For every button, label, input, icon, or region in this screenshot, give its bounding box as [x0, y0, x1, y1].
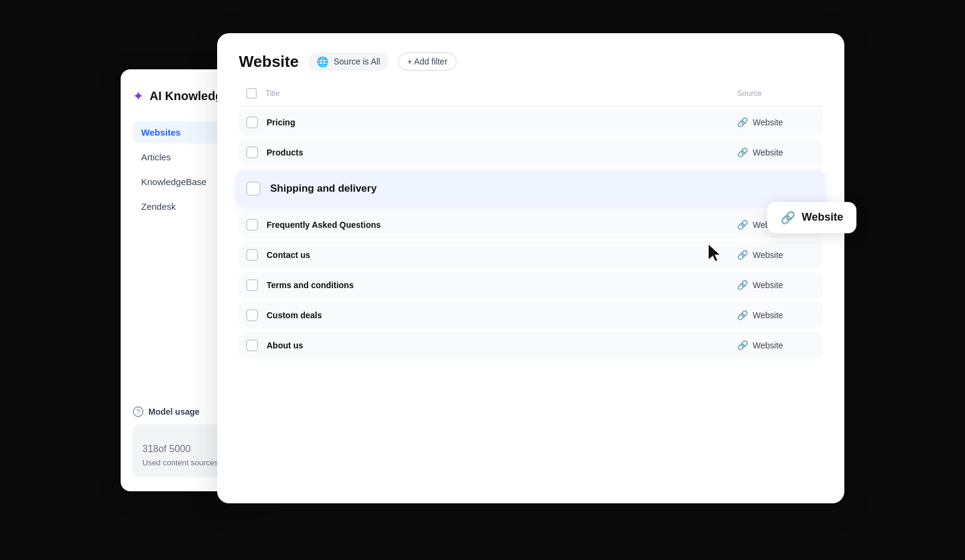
row-checkbox[interactable]: [246, 309, 258, 321]
row-title: Products: [267, 148, 737, 157]
main-header: Website 🌐 Source is All + Add filter: [239, 52, 823, 71]
row-source: 🔗 Website: [737, 280, 815, 291]
link-icon: 🔗: [737, 117, 748, 128]
globe-icon: 🌐: [317, 56, 329, 68]
row-source: 🔗 Website: [737, 147, 815, 158]
row-checkbox[interactable]: [246, 181, 261, 196]
table-header: Title Source: [239, 88, 823, 107]
column-title-header: Title: [265, 89, 737, 98]
usage-of: of 5000: [159, 444, 191, 454]
table-row-highlighted[interactable]: Shipping and delivery: [236, 171, 825, 207]
logo-icon: ✦: [133, 89, 144, 104]
table-rows: Pricing 🔗 Website Products 🔗 Website Shi…: [239, 109, 823, 359]
row-title: Custom deals: [267, 310, 737, 320]
table-row[interactable]: About us 🔗 Website: [239, 332, 823, 359]
row-checkbox[interactable]: [246, 249, 258, 261]
link-icon: 🔗: [737, 340, 748, 351]
link-icon: 🔗: [737, 219, 748, 230]
source-filter-pill[interactable]: 🌐 Source is All: [308, 52, 388, 71]
header-checkbox: [246, 88, 265, 99]
row-title: About us: [267, 341, 737, 350]
annotation-text-block: Easily add new web pages: [725, 444, 820, 479]
row-source: 🔗 Website: [737, 340, 815, 351]
page-title: Website: [239, 52, 299, 71]
row-title: Contact us: [267, 250, 737, 260]
link-icon: 🔗: [737, 280, 748, 291]
row-title: Frequently Asked Questions: [267, 220, 737, 230]
table-row[interactable]: Terms and conditions 🔗 Website: [239, 272, 823, 298]
row-checkbox[interactable]: [246, 279, 258, 291]
table-row[interactable]: Pricing 🔗 Website: [239, 109, 823, 136]
badge-label: Website: [802, 211, 843, 224]
annotation-line2: web pages: [725, 462, 820, 479]
source-filter-label: Source is All: [334, 57, 380, 66]
table-row[interactable]: Frequently Asked Questions 🔗 Website: [239, 212, 823, 238]
row-source: 🔗 Website: [737, 310, 815, 321]
row-checkbox[interactable]: [246, 116, 258, 128]
link-icon: 🔗: [737, 310, 748, 321]
row-title: Pricing: [267, 118, 737, 127]
website-floating-badge: 🔗 Website: [767, 202, 856, 233]
row-checkbox[interactable]: [246, 339, 258, 351]
column-source-header: Source: [737, 89, 815, 98]
row-source: 🔗 Website: [737, 250, 815, 260]
help-icon: ?: [133, 406, 144, 417]
row-title: Terms and conditions: [267, 280, 737, 290]
row-checkbox[interactable]: [246, 146, 258, 159]
annotation-line1: Easily add new: [725, 444, 820, 462]
row-title: Shipping and delivery: [270, 183, 815, 195]
table-row[interactable]: Custom deals 🔗 Website: [239, 302, 823, 329]
link-icon-large: 🔗: [780, 210, 796, 225]
link-icon: 🔗: [737, 250, 748, 260]
row-checkbox[interactable]: [246, 219, 258, 231]
add-filter-button[interactable]: + Add filter: [398, 52, 457, 71]
table-row[interactable]: Products 🔗 Website: [239, 139, 823, 166]
table-row[interactable]: Contact us 🔗 Website: [239, 242, 823, 268]
link-icon: 🔗: [737, 147, 748, 158]
row-source: 🔗 Website: [737, 117, 815, 128]
main-content-card: Website 🌐 Source is All + Add filter Tit…: [217, 33, 844, 503]
